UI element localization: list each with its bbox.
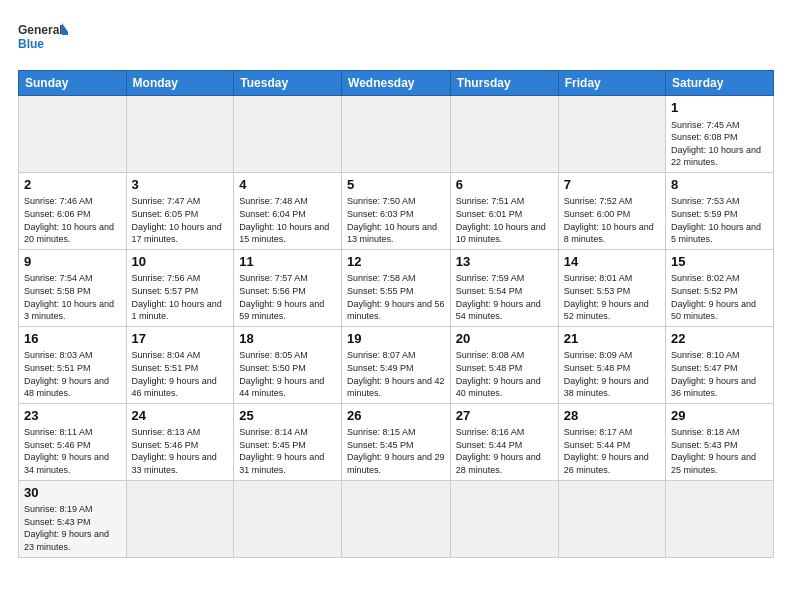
calendar-cell xyxy=(126,96,234,173)
day-number: 26 xyxy=(347,407,445,425)
day-number: 29 xyxy=(671,407,768,425)
col-friday: Friday xyxy=(558,71,665,96)
week-row: 23Sunrise: 8:11 AMSunset: 5:46 PMDayligh… xyxy=(19,403,774,480)
calendar-cell: 25Sunrise: 8:14 AMSunset: 5:45 PMDayligh… xyxy=(234,403,342,480)
day-info: Sunrise: 7:59 AMSunset: 5:54 PMDaylight:… xyxy=(456,272,553,322)
calendar-cell: 4Sunrise: 7:48 AMSunset: 6:04 PMDaylight… xyxy=(234,172,342,249)
calendar-cell: 19Sunrise: 8:07 AMSunset: 5:49 PMDayligh… xyxy=(342,326,451,403)
day-info: Sunrise: 8:08 AMSunset: 5:48 PMDaylight:… xyxy=(456,349,553,399)
calendar-cell: 28Sunrise: 8:17 AMSunset: 5:44 PMDayligh… xyxy=(558,403,665,480)
calendar-cell: 23Sunrise: 8:11 AMSunset: 5:46 PMDayligh… xyxy=(19,403,127,480)
day-number: 16 xyxy=(24,330,121,348)
day-number: 27 xyxy=(456,407,553,425)
day-number: 23 xyxy=(24,407,121,425)
day-number: 18 xyxy=(239,330,336,348)
col-sunday: Sunday xyxy=(19,71,127,96)
day-info: Sunrise: 7:48 AMSunset: 6:04 PMDaylight:… xyxy=(239,195,336,245)
svg-text:Blue: Blue xyxy=(18,37,44,51)
svg-text:General: General xyxy=(18,23,63,37)
calendar: Sunday Monday Tuesday Wednesday Thursday… xyxy=(18,70,774,558)
calendar-cell: 14Sunrise: 8:01 AMSunset: 5:53 PMDayligh… xyxy=(558,249,665,326)
day-info: Sunrise: 8:04 AMSunset: 5:51 PMDaylight:… xyxy=(132,349,229,399)
day-info: Sunrise: 8:03 AMSunset: 5:51 PMDaylight:… xyxy=(24,349,121,399)
day-number: 13 xyxy=(456,253,553,271)
col-saturday: Saturday xyxy=(666,71,774,96)
day-number: 21 xyxy=(564,330,660,348)
calendar-cell: 9Sunrise: 7:54 AMSunset: 5:58 PMDaylight… xyxy=(19,249,127,326)
col-thursday: Thursday xyxy=(450,71,558,96)
day-info: Sunrise: 7:50 AMSunset: 6:03 PMDaylight:… xyxy=(347,195,445,245)
calendar-cell: 7Sunrise: 7:52 AMSunset: 6:00 PMDaylight… xyxy=(558,172,665,249)
calendar-cell: 15Sunrise: 8:02 AMSunset: 5:52 PMDayligh… xyxy=(666,249,774,326)
calendar-cell: 30Sunrise: 8:19 AMSunset: 5:43 PMDayligh… xyxy=(19,480,127,557)
day-info: Sunrise: 8:19 AMSunset: 5:43 PMDaylight:… xyxy=(24,503,121,553)
calendar-cell xyxy=(342,96,451,173)
day-number: 5 xyxy=(347,176,445,194)
calendar-cell: 10Sunrise: 7:56 AMSunset: 5:57 PMDayligh… xyxy=(126,249,234,326)
col-monday: Monday xyxy=(126,71,234,96)
calendar-cell: 1Sunrise: 7:45 AMSunset: 6:08 PMDaylight… xyxy=(666,96,774,173)
calendar-cell xyxy=(558,96,665,173)
calendar-cell: 16Sunrise: 8:03 AMSunset: 5:51 PMDayligh… xyxy=(19,326,127,403)
day-info: Sunrise: 7:47 AMSunset: 6:05 PMDaylight:… xyxy=(132,195,229,245)
calendar-cell: 29Sunrise: 8:18 AMSunset: 5:43 PMDayligh… xyxy=(666,403,774,480)
day-number: 22 xyxy=(671,330,768,348)
day-number: 24 xyxy=(132,407,229,425)
day-info: Sunrise: 8:10 AMSunset: 5:47 PMDaylight:… xyxy=(671,349,768,399)
day-info: Sunrise: 8:16 AMSunset: 5:44 PMDaylight:… xyxy=(456,426,553,476)
day-info: Sunrise: 7:54 AMSunset: 5:58 PMDaylight:… xyxy=(24,272,121,322)
week-row: 1Sunrise: 7:45 AMSunset: 6:08 PMDaylight… xyxy=(19,96,774,173)
calendar-cell xyxy=(342,480,451,557)
calendar-cell xyxy=(558,480,665,557)
day-number: 8 xyxy=(671,176,768,194)
day-number: 25 xyxy=(239,407,336,425)
day-number: 2 xyxy=(24,176,121,194)
day-number: 28 xyxy=(564,407,660,425)
page: General Blue Sunday Monday Tuesday Wedne… xyxy=(0,0,792,612)
day-info: Sunrise: 8:17 AMSunset: 5:44 PMDaylight:… xyxy=(564,426,660,476)
calendar-cell xyxy=(450,480,558,557)
day-info: Sunrise: 8:09 AMSunset: 5:48 PMDaylight:… xyxy=(564,349,660,399)
calendar-cell: 11Sunrise: 7:57 AMSunset: 5:56 PMDayligh… xyxy=(234,249,342,326)
calendar-cell xyxy=(126,480,234,557)
calendar-cell: 18Sunrise: 8:05 AMSunset: 5:50 PMDayligh… xyxy=(234,326,342,403)
header-row: Sunday Monday Tuesday Wednesday Thursday… xyxy=(19,71,774,96)
calendar-cell xyxy=(19,96,127,173)
day-number: 19 xyxy=(347,330,445,348)
day-info: Sunrise: 7:45 AMSunset: 6:08 PMDaylight:… xyxy=(671,119,768,169)
day-number: 11 xyxy=(239,253,336,271)
day-info: Sunrise: 7:46 AMSunset: 6:06 PMDaylight:… xyxy=(24,195,121,245)
calendar-cell: 26Sunrise: 8:15 AMSunset: 5:45 PMDayligh… xyxy=(342,403,451,480)
day-number: 7 xyxy=(564,176,660,194)
calendar-cell: 27Sunrise: 8:16 AMSunset: 5:44 PMDayligh… xyxy=(450,403,558,480)
day-info: Sunrise: 7:58 AMSunset: 5:55 PMDaylight:… xyxy=(347,272,445,322)
day-info: Sunrise: 8:13 AMSunset: 5:46 PMDaylight:… xyxy=(132,426,229,476)
day-info: Sunrise: 7:57 AMSunset: 5:56 PMDaylight:… xyxy=(239,272,336,322)
day-number: 1 xyxy=(671,99,768,117)
day-info: Sunrise: 8:01 AMSunset: 5:53 PMDaylight:… xyxy=(564,272,660,322)
day-number: 12 xyxy=(347,253,445,271)
calendar-cell xyxy=(450,96,558,173)
calendar-cell: 13Sunrise: 7:59 AMSunset: 5:54 PMDayligh… xyxy=(450,249,558,326)
calendar-cell: 2Sunrise: 7:46 AMSunset: 6:06 PMDaylight… xyxy=(19,172,127,249)
calendar-cell: 6Sunrise: 7:51 AMSunset: 6:01 PMDaylight… xyxy=(450,172,558,249)
day-number: 17 xyxy=(132,330,229,348)
day-number: 15 xyxy=(671,253,768,271)
day-number: 9 xyxy=(24,253,121,271)
day-number: 20 xyxy=(456,330,553,348)
calendar-cell: 5Sunrise: 7:50 AMSunset: 6:03 PMDaylight… xyxy=(342,172,451,249)
day-number: 30 xyxy=(24,484,121,502)
calendar-cell: 21Sunrise: 8:09 AMSunset: 5:48 PMDayligh… xyxy=(558,326,665,403)
day-info: Sunrise: 7:53 AMSunset: 5:59 PMDaylight:… xyxy=(671,195,768,245)
day-number: 6 xyxy=(456,176,553,194)
day-number: 10 xyxy=(132,253,229,271)
calendar-cell: 17Sunrise: 8:04 AMSunset: 5:51 PMDayligh… xyxy=(126,326,234,403)
calendar-cell: 22Sunrise: 8:10 AMSunset: 5:47 PMDayligh… xyxy=(666,326,774,403)
week-row: 30Sunrise: 8:19 AMSunset: 5:43 PMDayligh… xyxy=(19,480,774,557)
day-number: 14 xyxy=(564,253,660,271)
col-wednesday: Wednesday xyxy=(342,71,451,96)
day-info: Sunrise: 8:15 AMSunset: 5:45 PMDaylight:… xyxy=(347,426,445,476)
calendar-cell xyxy=(666,480,774,557)
calendar-cell: 3Sunrise: 7:47 AMSunset: 6:05 PMDaylight… xyxy=(126,172,234,249)
week-row: 9Sunrise: 7:54 AMSunset: 5:58 PMDaylight… xyxy=(19,249,774,326)
